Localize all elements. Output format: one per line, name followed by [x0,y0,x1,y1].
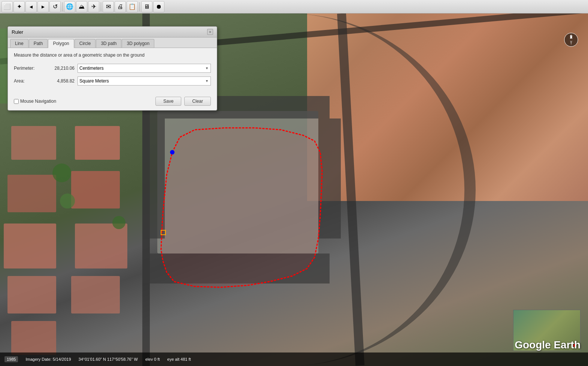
forward-button[interactable]: ▸ [37,1,49,12]
tree-2 [60,194,75,208]
record-button[interactable]: ⏺ [153,1,164,12]
house-2 [7,175,56,212]
tree-1 [52,164,71,182]
area-row: Area: 4,858.82 Square Centimeters Square… [14,76,211,86]
north-indicator: N [564,32,579,47]
house-3 [4,224,56,268]
email-button[interactable]: ✉ [103,1,114,12]
ruler-dialog: Ruler × Line Path Polygon Circle 3D path… [7,26,217,111]
separator-3 [139,2,140,11]
tab-line[interactable]: Line [10,39,28,48]
tab-3d-path[interactable]: 3D path [96,39,121,48]
tab-3d-polygon[interactable]: 3D polygon [122,39,154,48]
copy-button[interactable]: 📋 [127,1,138,12]
screen-button[interactable]: 🖥 [141,1,152,12]
ruler-title: Ruler [12,29,23,35]
mouse-nav-label[interactable]: Mouse Navigation [14,99,152,104]
ruler-close-button[interactable]: × [207,29,213,35]
refresh-button[interactable]: ↺ [49,1,61,12]
statusbar: 1985 Imagery Date: 5/14/2019 34°01'01.60… [0,352,588,366]
ruler-tabs: Line Path Polygon Circle 3D path 3D poly… [8,38,217,48]
imagery-date-label: Imagery Date: 5/14/2019 [25,357,71,362]
ruler-content: Measure the distance or area of a geomet… [8,48,217,94]
save-button[interactable]: Save [155,97,181,106]
globe-button[interactable]: 🌐 [64,1,75,12]
house-5 [11,321,56,355]
tab-path[interactable]: Path [29,39,48,48]
house-9 [71,276,120,314]
fly-button[interactable]: ✈ [88,1,99,12]
back-button[interactable]: ◂ [25,1,37,12]
perimeter-value: 28,210.06 [44,66,78,71]
terrain-button[interactable]: ⛰ [76,1,87,12]
separator-1 [62,2,63,11]
print-button[interactable]: 🖨 [115,1,126,12]
year-badge: 1985 [4,356,18,362]
svg-text:N: N [570,34,573,38]
area-unit-wrapper: Square Centimeters Square Meters Square … [78,76,211,86]
house-4 [7,276,56,314]
perimeter-unit-select[interactable]: Centimeters Meters Kilometers Feet Yards… [78,64,211,73]
coordinates: 34°01'01.60" N 117°50'58.76" W [79,357,138,362]
elevation: elev 0 ft [145,357,160,362]
tab-circle[interactable]: Circle [75,39,96,48]
house-1 [11,126,56,160]
tab-polygon[interactable]: Polygon [48,39,74,48]
mouse-nav-checkbox[interactable] [14,99,19,104]
area-unit-select[interactable]: Square Centimeters Square Meters Square … [78,76,211,86]
area-label: Area: [14,78,44,84]
area-value: 4,858.82 [44,78,78,84]
ruler-titlebar: Ruler × [8,27,217,38]
clear-button[interactable]: Clear [184,97,211,106]
star-button[interactable]: ✦ [13,1,25,12]
perimeter-row: Perimeter: 28,210.06 Centimeters Meters … [14,64,211,73]
ruler-footer: Mouse Navigation Save Clear [8,94,217,110]
google-earth-brand: Google Earth [515,339,581,351]
eye-altitude: eye alt 481 ft [167,357,191,362]
perimeter-unit-wrapper: Centimeters Meters Kilometers Feet Yards… [78,64,211,73]
perimeter-label: Perimeter: [14,66,44,71]
window-button[interactable]: ⬜ [1,1,13,12]
separator-2 [101,2,101,11]
toolbar: ⬜ ✦ ◂ ▸ ↺ 🌐 ⛰ ✈ ✉ 🖨 📋 🖥 ⏺ [0,0,588,14]
ruler-description: Measure the distance or area of a geomet… [14,52,211,58]
